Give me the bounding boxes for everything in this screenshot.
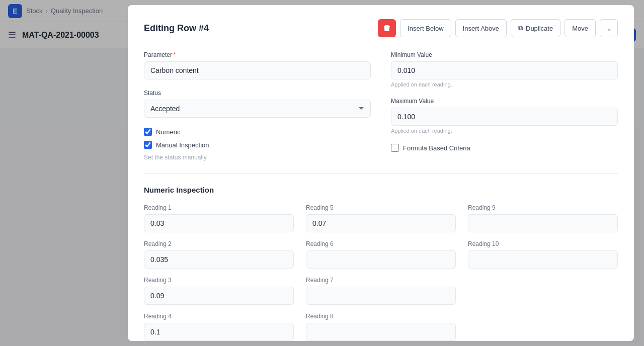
insert-below-button[interactable]: Insert Below <box>400 19 451 37</box>
reading-group: Reading 8 <box>306 313 456 341</box>
parameter-label: Parameter* <box>144 51 371 58</box>
formula-criteria-label[interactable]: Formula Based Criteria <box>403 144 470 152</box>
reading-label: Reading 2 <box>144 240 294 247</box>
manual-hint: Set the status manually. <box>144 154 371 161</box>
min-value-group: Minimum Value Applied on each reading. <box>391 51 618 88</box>
numeric-checkbox[interactable] <box>144 128 152 136</box>
section-divider <box>144 173 618 174</box>
min-value-hint: Applied on each reading. <box>391 81 618 88</box>
formula-criteria-checkbox[interactable] <box>391 144 399 152</box>
insert-above-label: Insert Above <box>463 25 499 32</box>
parameter-group: Parameter* <box>144 51 371 79</box>
readings-grid: Reading 1 Reading 2 Reading 3 Reading 4 … <box>144 204 618 341</box>
reading-label: Reading 1 <box>144 204 294 211</box>
formula-checkbox-group: Formula Based Criteria <box>391 144 618 152</box>
more-options-button[interactable]: ⌄ <box>600 19 618 37</box>
reading-label: Reading 3 <box>144 277 294 284</box>
insert-above-button[interactable]: Insert Above <box>455 19 507 37</box>
reading-group: Reading 6 <box>306 240 456 269</box>
reading-input[interactable] <box>144 323 294 341</box>
reading-label: Reading 7 <box>306 277 456 284</box>
reading-group: Reading 10 <box>468 240 618 269</box>
status-label: Status <box>144 90 371 97</box>
modal-header: Editing Row #4 Insert Below Insert Above… <box>144 19 618 37</box>
max-value-hint: Applied on each reading. <box>391 128 618 134</box>
move-button[interactable]: Move <box>565 19 596 37</box>
delete-button[interactable] <box>378 19 396 37</box>
reading-group: Reading 1 <box>144 204 294 232</box>
reading-label: Reading 5 <box>306 204 456 211</box>
reading-spacer <box>468 277 618 305</box>
reading-label: Reading 10 <box>468 240 618 247</box>
max-value-input[interactable] <box>391 108 618 126</box>
modal-actions: Insert Below Insert Above ⧉ Duplicate Mo… <box>378 19 618 37</box>
form-right: Minimum Value Applied on each reading. M… <box>391 51 618 161</box>
form-grid: Parameter* Status Accepted Rejected Pend… <box>144 51 618 161</box>
duplicate-button[interactable]: ⧉ Duplicate <box>511 19 560 37</box>
insert-below-label: Insert Below <box>408 25 444 32</box>
duplicate-icon: ⧉ <box>518 24 523 32</box>
manual-inspection-label[interactable]: Manual Inspection <box>156 141 209 149</box>
reading-input[interactable] <box>468 250 618 269</box>
reading-group: Reading 4 <box>144 313 294 341</box>
reading-input[interactable] <box>306 287 456 305</box>
reading-label: Reading 9 <box>468 204 618 211</box>
reading-input[interactable] <box>468 214 618 232</box>
min-value-label: Minimum Value <box>391 51 618 58</box>
max-value-group: Maximum Value Applied on each reading. <box>391 98 618 134</box>
numeric-inspection-title: Numeric Inspection <box>144 186 618 194</box>
reading-label: Reading 8 <box>306 313 456 320</box>
reading-spacer <box>468 313 618 341</box>
reading-input[interactable] <box>144 287 294 305</box>
reading-input[interactable] <box>144 214 294 232</box>
reading-group: Reading 9 <box>468 204 618 232</box>
manual-checkbox-group: Manual Inspection <box>144 141 371 149</box>
reading-input[interactable] <box>306 323 456 341</box>
edit-row-modal: Editing Row #4 Insert Below Insert Above… <box>128 5 634 341</box>
form-left: Parameter* Status Accepted Rejected Pend… <box>144 51 371 161</box>
duplicate-label: Duplicate <box>526 25 553 32</box>
trash-icon <box>383 24 391 32</box>
chevron-down-icon: ⌄ <box>606 25 612 32</box>
reading-label: Reading 6 <box>306 240 456 247</box>
manual-inspection-checkbox[interactable] <box>144 141 152 149</box>
reading-group: Reading 3 <box>144 277 294 305</box>
max-value-label: Maximum Value <box>391 98 618 105</box>
parameter-input[interactable] <box>144 61 371 79</box>
reading-input[interactable] <box>144 250 294 269</box>
reading-group: Reading 5 <box>306 204 456 232</box>
numeric-checkbox-label[interactable]: Numeric <box>156 128 180 136</box>
reading-input[interactable] <box>306 250 456 269</box>
reading-group: Reading 2 <box>144 240 294 269</box>
reading-group: Reading 7 <box>306 277 456 305</box>
modal-title: Editing Row #4 <box>144 23 378 34</box>
move-label: Move <box>572 25 588 32</box>
numeric-checkbox-group: Numeric <box>144 128 371 136</box>
status-select[interactable]: Accepted Rejected Pending <box>144 100 371 118</box>
reading-input[interactable] <box>306 214 456 232</box>
status-group: Status Accepted Rejected Pending <box>144 90 371 118</box>
reading-label: Reading 4 <box>144 313 294 320</box>
min-value-input[interactable] <box>391 61 618 79</box>
